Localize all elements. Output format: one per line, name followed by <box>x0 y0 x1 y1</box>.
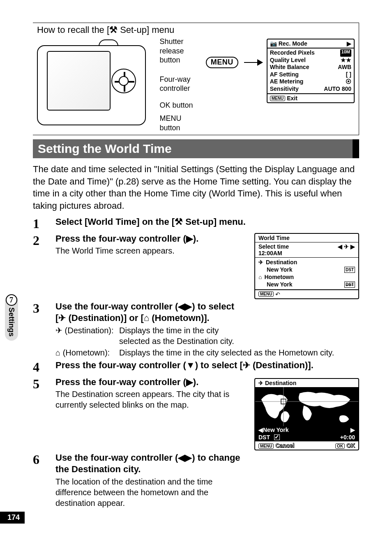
dst-label: DST <box>258 434 270 441</box>
def-term: (Hometown): <box>60 348 110 357</box>
dest-city: New York <box>263 427 289 433</box>
rec-item-value: AUTO 800 <box>324 85 351 93</box>
triangle-left-icon: ◀ <box>258 427 263 433</box>
rec-item-label: AF Setting <box>270 71 299 78</box>
home-icon: ⌂ <box>55 348 60 357</box>
arrow-right-icon <box>244 62 263 63</box>
rec-item-label: Recorded Pixels <box>270 49 315 57</box>
rec-item-value: ★★ <box>341 57 351 64</box>
step-5: 5 ✈ Destination <box>33 376 359 450</box>
time-offset: +0:00 <box>340 434 355 441</box>
wt-select-label: Select time <box>258 243 289 250</box>
side-section-tab: 7 Settings <box>0 300 23 358</box>
step-title-text: (Hometown)]. <box>149 313 210 323</box>
shutter-label: Shutter release button <box>159 37 201 65</box>
intro-text: The date and time selected in "Initial S… <box>33 163 359 212</box>
airplane-icon: ✈ <box>344 243 349 250</box>
camera-labels: Shutter release button Four-way controll… <box>159 37 201 132</box>
step-title-text: Select [World Time] on the [ <box>55 217 175 227</box>
rec-item-label: Quality Level <box>270 57 306 64</box>
destination-screen: ✈ Destination <box>254 378 359 450</box>
triangle-right-icon: ▶ <box>350 243 355 250</box>
step-title: Use the four-way controller (◀▶) to chan… <box>55 452 244 475</box>
recall-box: How to recall the [⚒ Set-up] menu Shutte… <box>33 23 359 135</box>
menu-label: MENU button <box>159 114 201 132</box>
ok-pill: OK <box>335 443 345 449</box>
triangle-left-icon: ◀ <box>338 243 342 250</box>
rec-item-value: [ ] <box>346 71 351 78</box>
section-header: Setting the World Time <box>33 139 359 158</box>
step-title-text: Set-up] menu. <box>183 217 246 227</box>
rec-item-label: Sensitivity <box>270 85 299 93</box>
step-number: 6 <box>33 452 55 467</box>
setup-icon: ⚒ <box>175 217 183 227</box>
setup-icon: ⚒ <box>109 25 118 35</box>
step-number: 3 <box>33 301 55 316</box>
step-4: 4 Press the four-way controller (▼) to s… <box>33 360 359 375</box>
rec-item-label: AE Metering <box>270 78 304 85</box>
camera-illustration <box>37 37 155 123</box>
home-icon: ⌂ <box>144 313 149 323</box>
triangle-right-icon: ▶ <box>350 427 355 433</box>
checkbox-checked-icon <box>274 434 280 440</box>
step-number: 4 <box>33 360 55 375</box>
back-icon: ↶ <box>275 291 280 298</box>
wt-dest-city: New York <box>267 266 293 273</box>
def-term: (Destination): <box>62 326 114 335</box>
rec-mode-screen: 📷 Rec. Mode ▶ Recorded Pixels10M Quality… <box>267 39 355 103</box>
step-title-text: Press the four-way controller (▼) to sel… <box>55 360 243 370</box>
dst-tag: DST <box>344 267 355 273</box>
step-number: 2 <box>33 233 55 248</box>
wt-time: 12:00AM <box>258 250 355 256</box>
menu-pill: MENU <box>258 291 274 297</box>
airplane-icon: ✈ <box>55 326 62 335</box>
page-number: 174 <box>0 512 25 524</box>
world-time-screen: World Time Select time ◀ ✈ ▶ 12:00AM <box>254 233 359 299</box>
def-desc: Displays the time in the city selected a… <box>119 347 334 358</box>
step-3: 3 Use the four-way controller (◀▶) to se… <box>33 301 359 358</box>
recall-title-suf: Set-up] menu <box>118 25 174 35</box>
airplane-icon: ✈ <box>258 258 263 266</box>
airplane-icon: ✈ <box>58 313 66 323</box>
airplane-icon: ✈ <box>258 380 263 386</box>
wt-home-label: Hometown <box>264 273 294 281</box>
step-1: 1 Select [World Time] on the [⚒ Set-up] … <box>33 216 359 231</box>
rec-mode-tab: Rec. Mode <box>279 40 307 47</box>
wt-home-city: New York <box>267 281 293 288</box>
menu-button[interactable]: MENU <box>206 57 238 68</box>
wt-tab: World Time <box>255 234 358 242</box>
rec-item-value: ⦿ <box>346 78 351 85</box>
exit-label: Exit <box>287 95 297 102</box>
ok-label: OK button <box>159 101 201 110</box>
airplane-icon: ✈ <box>243 360 250 370</box>
step-title-text: (Destination)]. <box>250 360 314 370</box>
step-desc: The Destination screen appears. The city… <box>55 389 244 410</box>
rec-item-value: AWB <box>338 64 351 71</box>
fourway-label: Four-way controller <box>159 75 201 93</box>
step-number: 5 <box>33 376 55 392</box>
cancel-label: Cancel <box>275 442 294 449</box>
rec-item-label: White Balance <box>270 64 309 71</box>
step-2: 2 World Time Select time ◀ ✈ ▶ 12 <box>33 233 359 299</box>
home-icon: ⌂ <box>258 273 262 281</box>
rec-item-value: 10M <box>340 49 351 57</box>
step-title-text: (Destination)] or [ <box>66 313 143 323</box>
def-desc: Displays the time in the city selected a… <box>119 325 242 346</box>
menu-pill: MENU <box>270 96 285 101</box>
menu-pill: MENU <box>258 443 274 449</box>
recall-title-pre: How to recall the [ <box>37 25 109 35</box>
dest-header-label: Destination <box>265 380 296 386</box>
section-label: Settings <box>7 307 16 337</box>
section-number: 7 <box>6 294 17 306</box>
step-number: 1 <box>33 216 55 231</box>
wt-dest-label: Destination <box>266 258 297 266</box>
ok-button-icon <box>119 76 129 86</box>
recall-title: How to recall the [⚒ Set-up] menu <box>37 25 355 35</box>
ok-label: OK <box>346 442 355 449</box>
camera-icon: 📷 <box>270 40 277 47</box>
step-desc: The location of the destination and the … <box>55 476 244 508</box>
step-6: 6 Use the four-way controller (◀▶) to ch… <box>33 452 359 508</box>
dst-tag-off: DST <box>344 282 355 288</box>
world-map <box>255 387 358 426</box>
